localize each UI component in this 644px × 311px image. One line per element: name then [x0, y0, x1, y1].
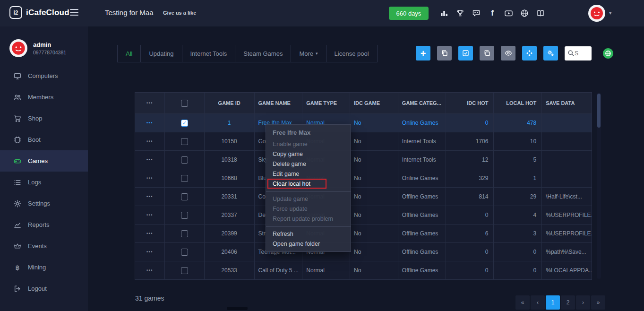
row-actions-button[interactable]: ••• [146, 213, 153, 217]
page-last-button[interactable]: » [591, 295, 605, 310]
trophy-icon[interactable] [455, 9, 465, 18]
hamburger-menu-icon[interactable] [69, 9, 79, 16]
cell-idc-game: No [350, 132, 398, 150]
row-actions-button[interactable]: ••• [146, 121, 153, 125]
table-row[interactable]: ••• 20331 Co Normal No Offline Games 814… [135, 188, 592, 206]
table-row[interactable]: ••• 10150 Go Normal No Internet Tools 17… [135, 132, 592, 151]
give-us-a-like-link[interactable]: Give us a like [163, 10, 196, 16]
cell-save-data [542, 132, 592, 150]
row-actions-button[interactable]: ••• [146, 157, 153, 162]
horizontal-scrollbar-thumb[interactable] [227, 307, 248, 310]
row-checkbox[interactable] [181, 267, 188, 274]
language-globe-button[interactable] [603, 48, 613, 59]
vertical-scrollbar[interactable] [597, 93, 601, 279]
menu-item-delete-game[interactable]: Delete game [266, 159, 351, 169]
table-row[interactable]: ••• 20337 De Normal No Offline Games 0 4… [135, 206, 592, 225]
row-checkbox[interactable] [181, 156, 188, 164]
youtube-icon[interactable] [504, 9, 513, 18]
cell-game-id: 1 [205, 114, 255, 132]
page-2-button[interactable]: 2 [561, 295, 575, 310]
tab-internet-tools[interactable]: Internet Tools [182, 45, 236, 62]
leaderboard-icon[interactable] [439, 9, 449, 18]
row-actions-button[interactable]: ••• [146, 231, 153, 236]
sidebar-avatar [9, 39, 27, 57]
cell-game-category: Offline Games [398, 243, 446, 261]
row-checkbox[interactable] [181, 193, 188, 200]
cell-idc-hot: 0 [446, 206, 494, 224]
vertical-scrollbar-thumb[interactable] [597, 94, 601, 128]
row-actions-button[interactable]: ••• [146, 139, 153, 144]
row-actions-button[interactable]: ••• [146, 176, 153, 181]
sidebar-item-events[interactable]: Events [0, 235, 88, 257]
sidebar-item-games[interactable]: Games [0, 150, 88, 172]
game-settings-button[interactable] [543, 46, 558, 60]
menu-item-force-update: Force update [266, 204, 351, 214]
gears-icon [547, 50, 554, 57]
page-prev-button[interactable]: ‹ [531, 295, 545, 310]
table-row[interactable]: ••• 20533 Call of Duty 5 ... Normal No O… [135, 261, 592, 280]
sidebar-item-boot[interactable]: Boot [0, 129, 88, 150]
tab-more[interactable]: More ▾ [291, 45, 326, 62]
search-input[interactable] [575, 50, 588, 57]
row-checkbox[interactable] [181, 138, 188, 145]
user-avatar[interactable] [588, 5, 605, 22]
menu-item-copy-game[interactable]: Copy game [266, 149, 351, 159]
cell-game-category: Internet Tools [398, 132, 446, 150]
row-checkbox[interactable] [181, 175, 188, 182]
cell-game-id: 20406 [205, 243, 255, 261]
sidebar-item-shop[interactable]: Shop [0, 108, 88, 129]
cart-icon [14, 115, 21, 122]
discord-icon[interactable] [472, 9, 481, 18]
tab-all[interactable]: All [117, 45, 141, 62]
add-game-button[interactable]: + [416, 46, 430, 60]
row-actions-button[interactable]: ••• [146, 268, 153, 273]
tab-license-pool[interactable]: License pool [326, 45, 378, 62]
preview-button[interactable] [501, 46, 515, 60]
brand-logo: i2 iCafeCloud [9, 6, 69, 19]
license-days-button[interactable]: 660 days [389, 7, 429, 20]
categories-button[interactable] [522, 46, 537, 60]
row-checkbox[interactable] [181, 230, 188, 237]
page-next-button[interactable]: › [576, 295, 590, 310]
tab-steam-games[interactable]: Steam Games [235, 45, 291, 62]
menu-item-refresh[interactable]: Refresh [266, 229, 351, 239]
facebook-icon[interactable]: f [488, 9, 497, 18]
sidebar-item-mining[interactable]: ฿ Mining [0, 257, 88, 278]
table-row[interactable]: ••• 10318 Sky Normal No Internet Tools 1… [135, 151, 592, 169]
select-all-button[interactable] [458, 46, 473, 60]
menu-item-clear-local-hot[interactable]: Clear local hot [266, 179, 351, 189]
cell-idc-game: No [350, 151, 398, 169]
sidebar-item-computers[interactable]: Computers [0, 65, 88, 86]
row-checkbox[interactable] [181, 120, 188, 127]
sidebar-item-logs[interactable]: Logs [0, 172, 88, 193]
page-first-button[interactable]: « [515, 295, 530, 310]
table-row[interactable]: ••• 20406 Teenage Mut... Normal No Offli… [135, 243, 592, 261]
row-actions-button[interactable]: ••• [146, 194, 153, 199]
copy-games-button[interactable] [437, 46, 452, 60]
gear-icon [14, 200, 21, 207]
col-header-save-data: SAVE DATA [542, 93, 592, 113]
header-actions-menu[interactable]: ••• [146, 101, 153, 105]
table-row[interactable]: ••• 10668 Blu Normal No Online Games 329… [135, 169, 592, 188]
menu-item-edit-game[interactable]: Edit game [266, 169, 351, 179]
header-checkbox[interactable] [181, 100, 188, 107]
sidebar-user-block: admin 097778704381 [0, 34, 88, 62]
sidebar-item-logout[interactable]: Logout [0, 278, 88, 299]
row-checkbox[interactable] [181, 212, 188, 219]
chevron-down-icon[interactable]: ▾ [609, 10, 612, 16]
page-1-button[interactable]: 1 [546, 295, 560, 310]
table-row[interactable]: ••• 1 Free Ifre Max Normal No Online Gam… [135, 114, 592, 132]
website-globe-icon[interactable] [520, 9, 529, 18]
sidebar-item-settings[interactable]: Settings [0, 193, 88, 214]
menu-item-open-game-folder[interactable]: Open game folder [266, 239, 351, 249]
row-checkbox[interactable] [181, 249, 188, 256]
tab-updating[interactable]: Updating [141, 45, 182, 62]
sidebar-item-members[interactable]: Members [0, 86, 88, 108]
table-row[interactable]: ••• 20399 Str Normal No Offline Games 6 … [135, 225, 592, 243]
docs-book-icon[interactable] [536, 9, 545, 18]
duplicate-button[interactable] [480, 46, 494, 60]
tab-more-label: More [299, 50, 313, 57]
sidebar-item-reports[interactable]: Reports [0, 214, 88, 235]
row-actions-button[interactable]: ••• [146, 250, 153, 254]
games-count: 31 games [135, 294, 164, 302]
